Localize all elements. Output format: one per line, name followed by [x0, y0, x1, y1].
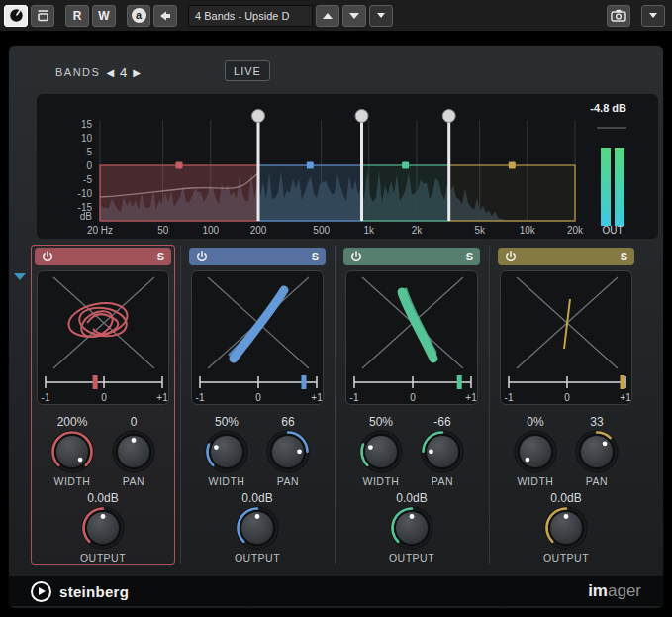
band-2-power-button[interactable]: [196, 251, 208, 262]
bands-decrease-button[interactable]: ◀: [106, 67, 114, 78]
product-name-bold: im: [588, 581, 608, 600]
band-panel-2[interactable]: S -1 0 +1 50% WIDTH66 PAN0.0dB: [185, 245, 330, 565]
collapse-bands-button[interactable]: [14, 273, 26, 280]
band-3-pan-label: PAN: [432, 475, 453, 487]
band-2-pan-knob[interactable]: 66 PAN: [259, 415, 317, 487]
band-2-solo-button[interactable]: S: [312, 252, 319, 262]
band-3-pan-knob[interactable]: -66 PAN: [414, 415, 471, 487]
band-1-solo-button[interactable]: S: [157, 252, 164, 262]
band-2-gain-handle[interactable]: [307, 162, 314, 169]
band-3-output-knob[interactable]: 0.0dB OUTPUT: [383, 491, 440, 564]
svg-text:0: 0: [101, 392, 107, 403]
svg-text:-10: -10: [78, 188, 93, 199]
camera-icon: [611, 9, 626, 22]
band-1-header: S: [35, 248, 171, 265]
band-3-balance-marker: [457, 375, 462, 389]
band-2-pan-value: 66: [281, 415, 294, 430]
band-2-width-knob[interactable]: 50% WIDTH: [198, 415, 255, 487]
band-1-output-knob[interactable]: 0.0dB OUTPUT: [74, 491, 132, 564]
band-2-output-knob[interactable]: 0.0dB OUTPUT: [229, 491, 286, 564]
dropdown-icon: [377, 13, 385, 18]
snapshot-button[interactable]: [607, 5, 630, 27]
next-preset-button[interactable]: [342, 5, 366, 27]
band-4-width-value: 0%: [527, 415, 543, 430]
band-2-knob-row: 50% WIDTH66 PAN: [186, 415, 329, 487]
steinberg-logo-icon: [31, 581, 51, 602]
band-1-width-label: WIDTH: [54, 475, 91, 487]
band-4-gain-handle[interactable]: [509, 162, 516, 169]
band-1-pan-knob[interactable]: 0 PAN: [105, 415, 162, 487]
band-3-knob-row: 50% WIDTH-66 PAN: [340, 415, 483, 487]
band-2-output-value: 0.0dB: [241, 491, 272, 506]
band-1-vectorscope: -1 0 +1: [37, 270, 169, 405]
svg-text:1k: 1k: [364, 225, 376, 236]
band-1-width-knob[interactable]: 200% WIDTH: [44, 415, 101, 487]
band-2-width-label: WIDTH: [209, 475, 245, 487]
band-1-gain-handle[interactable]: [176, 162, 183, 169]
band-3-pan-value: -66: [433, 415, 450, 430]
svg-text:5k: 5k: [474, 225, 486, 236]
bypass-button[interactable]: [31, 5, 54, 27]
band-3-output-value: 0.0dB: [396, 491, 427, 506]
band-1-balance-marker: [93, 375, 98, 389]
plugin-header: BANDS ◀ 4 ▶ LIVE: [9, 59, 663, 85]
band-3-vectorscope: -1 0 +1: [345, 270, 478, 405]
band-4-vectorscope: -1 0 +1: [500, 270, 632, 405]
band-4-header: S: [498, 248, 634, 265]
product-name: imager: [588, 581, 641, 601]
svg-text:-1: -1: [350, 392, 359, 403]
band-2-vectorscope: -1 0 +1: [191, 270, 324, 405]
write-automation-button[interactable]: W: [92, 5, 116, 27]
svg-text:0: 0: [255, 392, 261, 403]
band-panel-1[interactable]: S -1 0 +1 200% WIDTH0: [31, 245, 175, 565]
preset-name-field[interactable]: 4 Bands - Upside D: [188, 5, 313, 27]
automation-button[interactable]: a: [127, 5, 150, 27]
band-3-width-value: 50%: [369, 415, 393, 430]
out-label: OUT: [602, 225, 623, 236]
svg-text:-1: -1: [42, 392, 50, 403]
dropdown-icon: [649, 13, 657, 18]
previous-setting-button[interactable]: [153, 5, 177, 27]
a-icon: a: [132, 8, 146, 23]
svg-text:-1: -1: [196, 392, 205, 403]
preset-menu-button[interactable]: [369, 5, 393, 27]
svg-text:10: 10: [81, 133, 93, 144]
plugin-footer: steinberg imager: [9, 576, 663, 606]
up-triangle-icon: [323, 13, 333, 19]
band-4-output-knob[interactable]: 0.0dB OUTPUT: [537, 491, 595, 564]
plugin-window: BANDS ◀ 4 ▶ LIVE 151050-5-10-15dB20 Hz50…: [8, 45, 664, 609]
svg-text:0: 0: [564, 392, 570, 403]
band-panel-4[interactable]: S -1 0 +1 0% WIDTH33 PAN0.0dB: [494, 245, 638, 565]
band-2-header: S: [189, 248, 326, 265]
svg-text:0: 0: [410, 392, 416, 403]
band-3-solo-button[interactable]: S: [466, 252, 473, 262]
live-button[interactable]: LIVE: [225, 60, 270, 81]
svg-text:-1: -1: [505, 392, 514, 403]
svg-text:dB: dB: [80, 211, 93, 222]
svg-text:10k: 10k: [520, 225, 536, 236]
band-3-gain-handle[interactable]: [402, 162, 409, 169]
spectrum-display: 151050-5-10-15dB20 Hz501002005001k2k5k10…: [37, 94, 658, 239]
svg-text:2k: 2k: [412, 225, 424, 236]
plugin-activate-button[interactable]: [4, 5, 28, 27]
band-3-power-button[interactable]: [350, 251, 362, 262]
read-automation-button[interactable]: R: [65, 5, 89, 27]
band-1-power-button[interactable]: [42, 251, 53, 262]
band-4-width-knob[interactable]: 0% WIDTH: [507, 415, 564, 487]
band-4-pan-label: PAN: [586, 475, 608, 487]
band-1-pan-label: PAN: [123, 475, 144, 487]
band-4-power-button[interactable]: [505, 251, 517, 262]
band-1-output-label: OUTPUT: [80, 552, 126, 564]
band-3-width-knob[interactable]: 50% WIDTH: [352, 415, 410, 487]
band-3-output-label: OUTPUT: [389, 552, 434, 564]
band-panel-3[interactable]: S -1 0 +1 50% WIDTH-66 PAN0.0dB: [339, 245, 484, 565]
band-4-width-label: WIDTH: [518, 475, 554, 487]
svg-text:100: 100: [202, 225, 219, 236]
band-4-pan-knob[interactable]: 33 PAN: [568, 415, 625, 487]
band-divider: [489, 245, 490, 564]
bands-increase-button[interactable]: ▶: [133, 67, 141, 78]
band-4-solo-button[interactable]: S: [621, 252, 627, 262]
previous-preset-button[interactable]: [316, 5, 339, 27]
window-menu-button[interactable]: [641, 5, 665, 27]
svg-text:50: 50: [157, 225, 169, 236]
